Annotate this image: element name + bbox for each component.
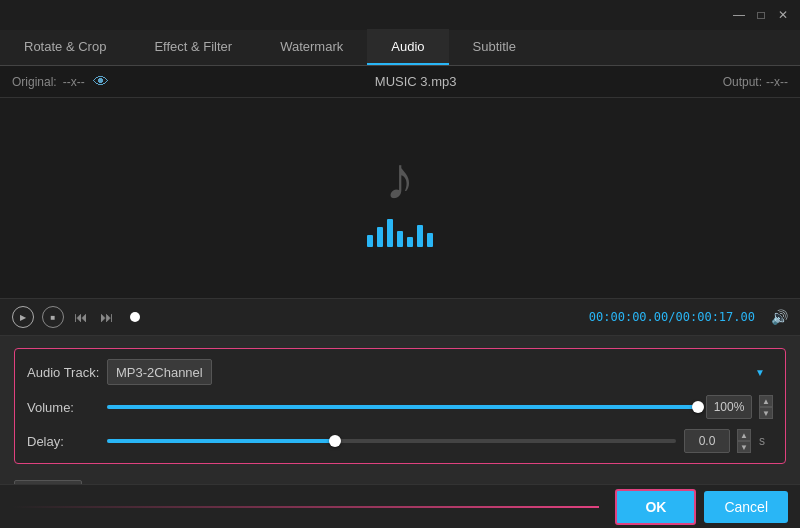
playback-bar: ▶ ■ ⏮ ⏭ 00:00:00.00/00:00:17.00 🔊 [0,298,800,336]
play-button[interactable]: ▶ [12,306,34,328]
volume-row: Volume: 100% ▲ ▼ [27,395,773,419]
volume-value: 100% [706,395,752,419]
eq-bar-4 [397,231,403,247]
tab-bar: Rotate & Crop Effect & Filter Watermark … [0,30,800,66]
eq-bar-2 [377,227,383,247]
volume-down-button[interactable]: ▼ [759,407,773,419]
volume-spinners: ▲ ▼ [759,395,773,419]
delay-down-button[interactable]: ▼ [737,441,751,453]
time-display: 00:00:00.00/00:00:17.00 [148,310,755,324]
tab-rotate-crop[interactable]: Rotate & Crop [0,29,130,65]
delay-slider-thumb[interactable] [329,435,341,447]
music-note-icon: ♪ [385,149,415,209]
original-value: --x-- [63,75,85,89]
close-button[interactable]: ✕ [774,6,792,24]
volume-slider-fill [107,405,698,409]
eye-icon[interactable]: 👁 [93,73,109,91]
eq-bar-7 [427,233,433,247]
audio-track-label: Audio Track: [27,365,107,380]
tab-effect-filter[interactable]: Effect & Filter [130,29,256,65]
delay-label: Delay: [27,434,107,449]
volume-icon[interactable]: 🔊 [771,309,788,325]
audio-track-dropdown[interactable]: MP3-2Channel MP3-1Channel AAC-2Channel [107,359,212,385]
arrow-decoration [12,506,599,508]
title-bar: — □ ✕ [0,0,800,30]
audio-controls-box: Audio Track: MP3-2Channel MP3-1Channel A… [14,348,786,464]
bottom-bar: OK Cancel [0,484,800,528]
maximize-button[interactable]: □ [752,6,770,24]
volume-control: 100% ▲ ▼ [107,395,773,419]
volume-label: Volume: [27,400,107,415]
output-label: Output: [723,75,762,89]
tab-audio[interactable]: Audio [367,29,448,65]
stop-icon: ■ [51,313,56,322]
cancel-button[interactable]: Cancel [704,491,788,523]
controls-section: Audio Track: MP3-2Channel MP3-1Channel A… [0,336,800,472]
dropdown-arrow-icon: ▼ [755,367,765,378]
next-button[interactable]: ⏭ [98,309,116,325]
prev-button[interactable]: ⏮ [72,309,90,325]
volume-slider-thumb[interactable] [692,401,704,413]
delay-row: Delay: 0.0 ▲ ▼ s [27,429,773,453]
timeline-dot[interactable] [130,312,140,322]
audio-track-control: MP3-2Channel MP3-1Channel AAC-2Channel ▼ [107,359,773,385]
volume-up-button[interactable]: ▲ [759,395,773,407]
output-value: --x-- [766,75,788,89]
play-icon: ▶ [20,313,26,322]
ok-button[interactable]: OK [615,489,696,525]
stop-button[interactable]: ■ [42,306,64,328]
delay-slider-fill [107,439,335,443]
time-total: 00:00:17.00 [676,310,755,324]
eq-bar-5 [407,237,413,247]
audio-track-dropdown-wrapper: MP3-2Channel MP3-1Channel AAC-2Channel ▼ [107,359,773,385]
tab-subtitle[interactable]: Subtitle [449,29,540,65]
minimize-button[interactable]: — [730,6,748,24]
file-name: MUSIC 3.mp3 [109,74,723,89]
delay-slider[interactable] [107,439,676,443]
original-label: Original: [12,75,57,89]
volume-slider[interactable] [107,405,698,409]
delay-unit: s [759,434,773,448]
eq-bar-1 [367,235,373,247]
time-current: 00:00:00.00 [589,310,668,324]
delay-value: 0.0 [684,429,730,453]
preview-area: ♪ [0,98,800,298]
tab-watermark[interactable]: Watermark [256,29,367,65]
equalizer-visual [367,219,433,247]
preview-topbar: Original: --x-- 👁 MUSIC 3.mp3 Output: --… [0,66,800,98]
delay-spinners: ▲ ▼ [737,429,751,453]
delay-up-button[interactable]: ▲ [737,429,751,441]
delay-control: 0.0 ▲ ▼ s [107,429,773,453]
eq-bar-3 [387,219,393,247]
eq-bar-6 [417,225,423,247]
audio-track-row: Audio Track: MP3-2Channel MP3-1Channel A… [27,359,773,385]
